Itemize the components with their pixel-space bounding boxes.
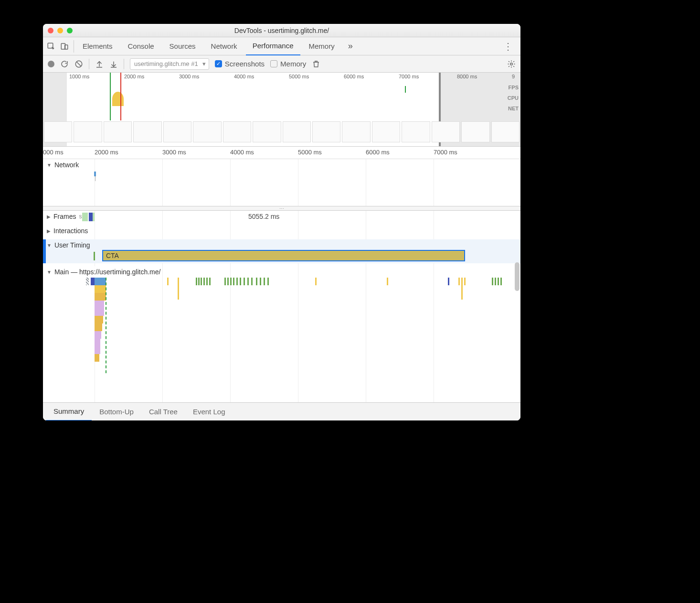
thumbnail[interactable] [432, 121, 460, 142]
main-task-bar[interactable] [167, 278, 169, 285]
kebab-menu-icon[interactable]: ⋮ [499, 41, 517, 52]
screenshots-toggle[interactable]: ✓ Screenshots [215, 60, 265, 68]
main-task-bar[interactable] [206, 278, 208, 285]
tab-event-log[interactable]: Event Log [185, 403, 233, 421]
memory-checkbox[interactable] [270, 60, 277, 67]
frame-bar[interactable] [82, 213, 88, 221]
main-task-bar[interactable] [227, 278, 229, 285]
network-track-header[interactable]: ▼ Network [43, 159, 79, 171]
user-timing-mark[interactable] [94, 252, 95, 260]
flame-bar[interactable] [95, 293, 106, 301]
flame-chart-ruler[interactable]: 000 ms 2000 ms 3000 ms 4000 ms 5000 ms 6… [43, 147, 520, 159]
frame-bar[interactable] [89, 213, 93, 221]
main-task-bar[interactable] [201, 278, 202, 285]
main-task-bar[interactable] [91, 278, 95, 285]
screenshots-checkbox[interactable]: ✓ [215, 60, 222, 67]
main-task-bar[interactable] [492, 278, 493, 285]
main-task-bar[interactable] [500, 278, 502, 285]
flame-bar[interactable] [95, 354, 99, 362]
tab-elements[interactable]: Elements [76, 37, 119, 55]
zoom-window-button[interactable] [67, 28, 73, 33]
device-toggle-icon[interactable] [60, 42, 69, 51]
main-task-bar[interactable] [196, 278, 197, 285]
main-task-bar[interactable] [260, 278, 261, 285]
memory-toggle[interactable]: Memory [270, 60, 306, 68]
record-button[interactable] [48, 61, 54, 67]
main-task-bar[interactable] [495, 278, 496, 285]
tab-network[interactable]: Network [204, 37, 244, 55]
vertical-scrollbar[interactable] [515, 262, 520, 377]
flame-bar[interactable] [95, 285, 106, 293]
main-task-bar[interactable] [458, 278, 460, 285]
main-task-bar[interactable] [244, 278, 245, 285]
thumbnail[interactable] [163, 121, 191, 142]
thumbnail[interactable] [193, 121, 221, 142]
user-timing-track-header[interactable]: ▼ User Timing [43, 239, 90, 251]
thumbnail[interactable] [402, 121, 430, 142]
tab-summary[interactable]: Summary [46, 403, 92, 421]
close-window-button[interactable] [48, 28, 53, 33]
tab-bottom-up[interactable]: Bottom-Up [92, 403, 141, 421]
main-task-bar[interactable] [86, 278, 89, 285]
cta-measure-bar[interactable]: CTA [102, 250, 465, 261]
reload-record-icon[interactable] [60, 60, 69, 68]
element-picker-icon[interactable] [47, 42, 55, 51]
flame-bar[interactable] [95, 323, 102, 331]
thumbnail[interactable] [283, 121, 311, 142]
main-task-bar[interactable] [464, 278, 466, 285]
interactions-track-header[interactable]: ▶ Interactions [43, 225, 88, 237]
garbage-collect-icon[interactable] [312, 60, 320, 68]
thumbnail[interactable] [104, 121, 132, 142]
thumbnail[interactable] [253, 121, 281, 142]
timeline-overview[interactable]: 1000 ms 2000 ms 3000 ms 4000 ms 5000 ms … [43, 73, 520, 147]
thumbnail[interactable] [342, 121, 370, 142]
more-tabs-chevron-icon[interactable]: » [343, 41, 358, 51]
main-task-bar[interactable] [315, 278, 317, 285]
pane-divider[interactable]: ⋯ [43, 206, 520, 211]
thumbnail[interactable] [312, 121, 340, 142]
tab-performance[interactable]: Performance [246, 37, 300, 55]
flame-bar[interactable] [95, 339, 100, 346]
thumbnail[interactable] [491, 121, 520, 142]
main-task-bar[interactable] [267, 278, 269, 285]
thumbnail[interactable] [223, 121, 251, 142]
flame-bar[interactable] [95, 308, 104, 316]
main-task-bar[interactable] [178, 278, 179, 285]
frames-track-header[interactable]: ▶ Frames s [43, 211, 82, 222]
main-task-bar[interactable] [95, 278, 106, 285]
tab-sources[interactable]: Sources [163, 37, 202, 55]
recording-select[interactable]: usertiming.glitch.me #1 [130, 58, 209, 70]
network-request-bar[interactable] [94, 172, 96, 176]
scrollbar-thumb[interactable] [515, 262, 520, 291]
thumbnail[interactable] [372, 121, 400, 142]
load-profile-icon[interactable] [95, 60, 104, 68]
settings-gear-icon[interactable] [507, 60, 516, 68]
main-task-bar[interactable] [233, 278, 234, 285]
screenshot-filmstrip[interactable] [43, 120, 520, 143]
main-task-bar[interactable] [224, 278, 226, 285]
flame-bar[interactable] [95, 316, 103, 323]
thumbnail[interactable] [133, 121, 161, 142]
thumbnail[interactable] [74, 121, 102, 142]
main-task-bar[interactable] [247, 278, 249, 285]
flame-chart-body[interactable]: ▼ Network ⋯ ▶ Frames s [43, 159, 520, 402]
frame-bar[interactable] [93, 213, 95, 221]
main-task-bar[interactable] [236, 278, 238, 285]
minimize-window-button[interactable] [57, 28, 63, 33]
main-task-bar[interactable] [230, 278, 232, 285]
flame-bar[interactable] [178, 285, 179, 300]
main-task-bar[interactable] [498, 278, 499, 285]
flame-bar[interactable] [95, 331, 101, 339]
main-task-bar[interactable] [203, 278, 205, 285]
thumbnail[interactable] [461, 121, 489, 142]
tab-call-tree[interactable]: Call Tree [141, 403, 185, 421]
main-task-bar[interactable] [251, 278, 253, 285]
flame-bar[interactable] [461, 285, 463, 300]
tab-console[interactable]: Console [121, 37, 161, 55]
main-task-bar[interactable] [256, 278, 257, 285]
tab-memory[interactable]: Memory [302, 37, 341, 55]
main-task-bar[interactable] [387, 278, 388, 285]
main-task-bar[interactable] [264, 278, 265, 285]
thumbnail[interactable] [44, 121, 72, 142]
flame-bar[interactable] [95, 301, 104, 308]
